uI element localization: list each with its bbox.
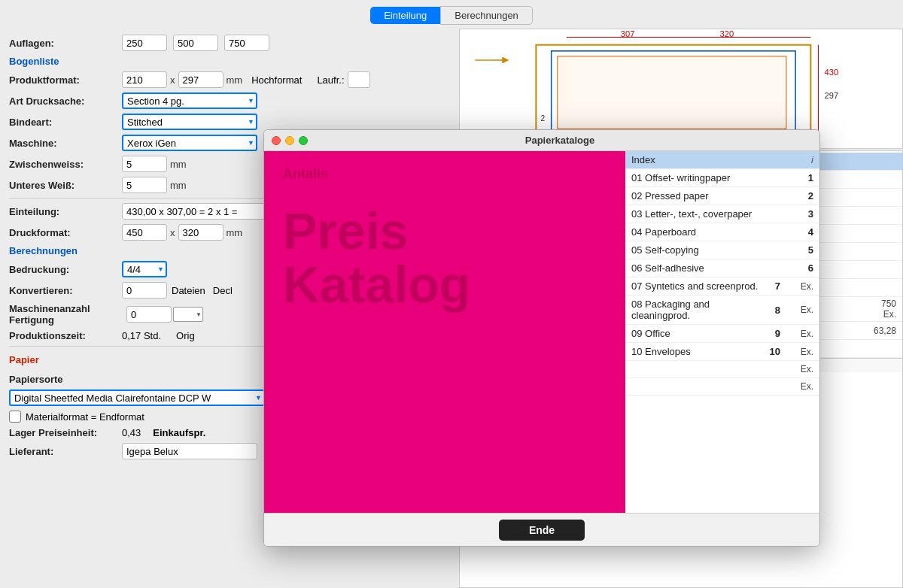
index-num-6: 6 [792,262,813,274]
hochformat-label: Hochformat [251,74,302,86]
bogenliste-label[interactable]: Bogenliste [9,56,59,67]
unteres-mm: mm [170,180,187,191]
maschinenanzahl-input[interactable] [126,306,172,323]
druckformat-h-input[interactable] [178,224,223,241]
bogenliste-row: Bogenliste [9,56,450,67]
index-row-4[interactable]: 04 Paperboard 4 [625,223,819,241]
index-label-8: 08 Packaging and cleaningprod. [631,299,759,321]
tab-einteilung[interactable]: Einteilung [370,7,440,24]
svg-text:2: 2 [540,114,545,123]
traffic-lights [272,136,308,145]
index-label-4: 04 Paperboard [631,226,792,238]
index-row-8[interactable]: 08 Packaging and cleaningprod. 8 Ex. [625,296,819,325]
produktionszeit-val: 0,17 Std. [122,330,161,341]
konvertieren-unit: Dateien [172,285,205,296]
produktformat-label: Produktformat: [9,74,122,86]
konvertieren-input[interactable] [122,282,167,299]
zwischenweiss-input[interactable] [122,156,167,172]
overlay-footer: Ende [264,513,819,546]
index-label-7: 07 Syntetics and screenprod. [631,280,759,292]
index-row-11: Ex. [625,361,819,378]
druckformat-mm: mm [227,227,243,238]
papiersorte-select[interactable]: Digital Sheetfed Media Clairefontaine DC… [9,389,265,406]
index-row-12: Ex. [625,378,819,396]
auflagen-2-input[interactable] [173,35,218,51]
catalog-line1: Preis [283,202,408,259]
produktionszeit-extra: Orig [176,330,195,341]
index-row-1[interactable]: 01 Offset- writingpaper 1 [625,169,819,187]
index-row-10[interactable]: 10 Envelopes 10 Ex. [625,343,819,361]
papier-label: Papier [9,354,39,365]
index-row-7[interactable]: 07 Syntetics and screenprod. 7 Ex. [625,277,819,296]
unteres-input[interactable] [122,177,167,193]
druckformat-label: Druckformat: [9,227,122,238]
minimize-button[interactable] [285,136,294,145]
papiersorte-label: Papiersorte [9,374,122,385]
index-row-2[interactable]: 02 Pressed paper 2 [625,187,819,205]
svg-rect-3 [558,56,786,129]
index-row-9[interactable]: 09 Office 9 Ex. [625,325,819,343]
lieferant-input[interactable] [122,443,257,459]
einteilung-label: Einteilung: [9,206,122,217]
produktformat-w-input[interactable] [122,71,167,88]
laufr-label: Laufr.: [317,74,344,86]
index-label-9: 09 Office [631,328,759,339]
index-ex-10: Ex. [783,347,813,357]
index-num-9: 9 [759,328,780,339]
index-row-6[interactable]: 06 Self-adhesive 6 [625,259,819,277]
art-select[interactable]: Section 4 pg. [122,92,257,109]
index-header-label: Index [631,154,798,165]
maschine-label: Maschine: [9,138,122,149]
produktformat-h-input[interactable] [178,71,223,88]
art-row: Art Drucksache: Section 4 pg. [9,92,450,109]
cell-6328-ex: 63,28 [866,326,896,336]
index-label-6: 06 Self-adhesive [631,262,792,274]
svg-text:297: 297 [825,91,839,100]
x-separator-2: x [170,227,175,238]
zwischenweiss-mm: mm [170,159,187,170]
ende-button[interactable]: Ende [499,520,585,541]
index-row-5[interactable]: 05 Self-copying 5 [625,241,819,259]
index-label-3: 03 Letter-, text-, coverpaper [631,208,792,220]
zwischenweiss-label: Zwischenweiss: [9,159,122,170]
auflagen-label: Auflagen: [9,38,122,49]
index-label-10: 10 Envelopes [631,346,759,357]
materialformat-checkbox[interactable] [9,411,21,423]
overlay-title: Papierkataloge [308,135,812,146]
produktformat-mm: mm [227,74,243,86]
auflagen-3-input[interactable] [224,35,269,51]
index-num-10: 10 [759,346,780,357]
produktionszeit-label: Produktionszeit: [9,330,122,341]
index-num-8: 8 [759,305,780,316]
overlay-content: Antalis Preis Katalog Index i 01 Offset-… [264,151,819,513]
druckformat-w-input[interactable] [122,224,167,241]
berechnungen-label[interactable]: Berechnungen [9,245,78,256]
papiersorte-select-wrapper: Digital Sheetfed Media Clairefontaine DC… [9,389,265,406]
maschinenanzahl-label: Maschinenanzahl Fertigung [9,303,122,326]
tab-berechnungen[interactable]: Berechnungen [440,6,533,25]
cell-750-ex: 750 Ex. [866,299,896,320]
zoom-button[interactable] [299,136,308,145]
index-row-3[interactable]: 03 Letter-, text-, coverpaper 3 [625,205,819,223]
maschinenanzahl-select[interactable] [173,307,203,322]
index-header-i: i [798,154,813,165]
catalog-brand: Antalis [283,166,607,182]
close-button[interactable] [272,136,281,145]
svg-text:307: 307 [621,29,635,38]
index-label-1: 01 Offset- writingpaper [631,172,792,183]
maschine-select[interactable]: Xerox iGen [122,135,257,151]
svg-text:430: 430 [825,68,839,77]
index-ex-9: Ex. [783,329,813,339]
index-num-1: 1 [792,172,813,183]
bindeart-select[interactable]: Stitched [122,114,257,130]
materialformat-label: Materialformat = Endformat [26,411,144,423]
lieferant-label: Lieferant: [9,446,122,457]
index-num-3: 3 [792,208,813,220]
auflagen-1-input[interactable] [122,35,167,51]
laufr-input[interactable] [348,71,370,88]
lager-val: 0,43 [122,427,141,438]
bedruckung-label: Bedruckung: [9,264,122,275]
lager-label: Lager Preiseinheit: [9,427,122,438]
bedruckung-select[interactable]: 4/4 [122,261,167,277]
bedruckung-select-wrapper: 4/4 [122,261,167,277]
